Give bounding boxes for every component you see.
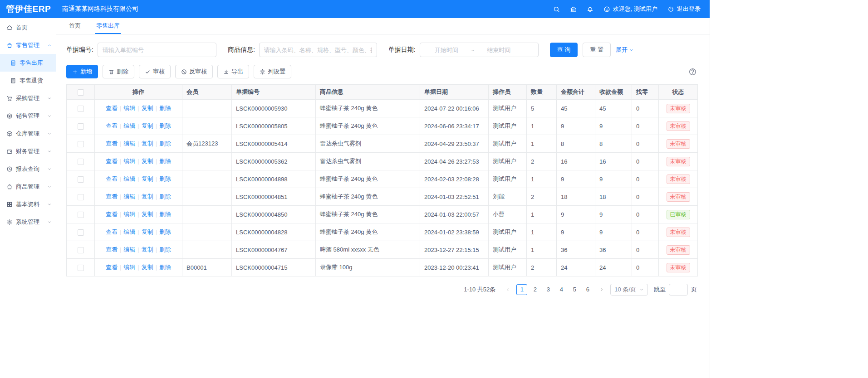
sidebar-item-retail-outbound[interactable]: 零售出库 <box>0 54 56 72</box>
tab-home[interactable]: 首页 <box>68 18 82 34</box>
product-input[interactable] <box>259 43 377 57</box>
date-start-input[interactable] <box>424 47 469 53</box>
delete-link[interactable]: 删除 <box>159 158 171 165</box>
add-button[interactable]: 新增 <box>66 65 98 78</box>
delete-link[interactable]: 删除 <box>159 122 171 129</box>
help-icon[interactable] <box>688 68 697 76</box>
sidebar-item-warehouse[interactable]: 仓库管理 <box>0 125 56 142</box>
expand-link[interactable]: 展开 <box>616 46 634 54</box>
delete-link[interactable]: 删除 <box>159 193 171 200</box>
sidebar-item-system[interactable]: 系统管理 <box>0 213 56 231</box>
row-checkbox[interactable] <box>78 123 84 130</box>
page-number-4[interactable]: 4 <box>556 284 567 295</box>
search-button[interactable]: 查 询 <box>550 43 578 57</box>
copy-link[interactable]: 复制 <box>142 122 153 129</box>
page-number-6[interactable]: 6 <box>582 284 593 295</box>
bank-icon[interactable] <box>570 6 577 13</box>
view-link[interactable]: 查看 <box>106 246 118 253</box>
copy-link[interactable]: 复制 <box>142 105 153 111</box>
view-link[interactable]: 查看 <box>106 158 118 165</box>
copy-link[interactable]: 复制 <box>142 264 153 271</box>
edit-link[interactable]: 编辑 <box>123 264 135 271</box>
unaudit-button[interactable]: 反审核 <box>175 65 213 78</box>
row-checkbox[interactable] <box>78 106 84 112</box>
row-checkbox[interactable] <box>78 194 84 200</box>
view-link[interactable]: 查看 <box>106 140 118 147</box>
sidebar-item-home[interactable]: 首页 <box>0 19 56 36</box>
edit-link[interactable]: 编辑 <box>123 228 135 235</box>
user-menu[interactable]: 欢迎您, 测试用户 <box>603 5 657 13</box>
view-link[interactable]: 查看 <box>106 105 118 111</box>
edit-link[interactable]: 编辑 <box>123 175 135 182</box>
delete-link[interactable]: 删除 <box>159 211 171 218</box>
delete-link[interactable]: 删除 <box>159 264 171 271</box>
page-number-1[interactable]: 1 <box>516 284 527 295</box>
edit-link[interactable]: 编辑 <box>123 140 135 147</box>
amount-cell: 36 <box>557 241 595 259</box>
delete-link[interactable]: 删除 <box>159 246 171 253</box>
gear-icon <box>6 219 13 225</box>
sidebar-item-retail[interactable]: 零售管理 <box>0 36 56 54</box>
prev-page-button[interactable] <box>502 284 513 295</box>
edit-link[interactable]: 编辑 <box>123 193 135 200</box>
page-size-value: 10 条/页 <box>614 286 636 294</box>
next-page-button[interactable] <box>596 284 607 295</box>
copy-link[interactable]: 复制 <box>142 140 153 147</box>
copy-link[interactable]: 复制 <box>142 158 153 165</box>
jump-page-input[interactable] <box>669 284 688 296</box>
delete-link[interactable]: 删除 <box>159 140 171 147</box>
row-checkbox[interactable] <box>78 212 84 218</box>
copy-link[interactable]: 复制 <box>142 228 153 235</box>
copy-link[interactable]: 复制 <box>142 175 153 182</box>
search-icon[interactable] <box>553 6 560 13</box>
edit-link[interactable]: 编辑 <box>123 158 135 165</box>
columns-button[interactable]: 列设置 <box>254 65 291 78</box>
edit-link[interactable]: 编辑 <box>123 211 135 218</box>
sidebar-item-retail-return[interactable]: 零售退货 <box>0 72 56 89</box>
page-number-5[interactable]: 5 <box>569 284 580 295</box>
export-button[interactable]: 导出 <box>217 65 249 78</box>
sidebar-item-purchase[interactable]: 采购管理 <box>0 89 56 107</box>
logout-button[interactable]: 退出登录 <box>667 5 701 13</box>
tab-retail-outbound[interactable]: 零售出库 <box>95 18 121 34</box>
copy-link[interactable]: 复制 <box>142 211 153 218</box>
reset-button[interactable]: 重 置 <box>583 43 611 57</box>
page-number-3[interactable]: 3 <box>543 284 554 295</box>
view-link[interactable]: 查看 <box>106 122 118 129</box>
sidebar-item-reports[interactable]: 报表查询 <box>0 160 56 178</box>
date-end-input[interactable] <box>476 47 521 53</box>
bell-icon[interactable] <box>587 6 593 13</box>
delete-button[interactable]: 删除 <box>103 65 134 78</box>
row-checkbox[interactable] <box>78 159 84 165</box>
date-range-picker[interactable]: ~ <box>420 43 539 57</box>
page-size-select[interactable]: 10 条/页 <box>610 284 648 296</box>
row-checkbox[interactable] <box>78 141 84 147</box>
row-checkbox[interactable] <box>78 176 84 183</box>
select-all-checkbox[interactable] <box>78 89 84 96</box>
view-link[interactable]: 查看 <box>106 193 118 200</box>
delete-link[interactable]: 删除 <box>159 175 171 182</box>
sidebar-item-finance[interactable]: 财务管理 <box>0 142 56 160</box>
date-cell: 2024-02-03 22:08:28 <box>420 170 489 188</box>
view-link[interactable]: 查看 <box>106 175 118 182</box>
order-no-input[interactable] <box>98 43 216 57</box>
checkbox-cell <box>67 223 95 241</box>
row-checkbox[interactable] <box>78 265 84 271</box>
view-link[interactable]: 查看 <box>106 211 118 218</box>
copy-link[interactable]: 复制 <box>142 193 153 200</box>
audit-button[interactable]: 审核 <box>139 65 171 78</box>
sidebar-item-goods[interactable]: 商品管理 <box>0 178 56 195</box>
page-number-2[interactable]: 2 <box>530 284 540 295</box>
row-checkbox[interactable] <box>78 247 84 253</box>
edit-link[interactable]: 编辑 <box>123 246 135 253</box>
row-checkbox[interactable] <box>78 229 84 236</box>
view-link[interactable]: 查看 <box>106 264 118 271</box>
sidebar-item-sales[interactable]: 销售管理 <box>0 107 56 125</box>
edit-link[interactable]: 编辑 <box>123 105 135 111</box>
copy-link[interactable]: 复制 <box>142 246 153 253</box>
edit-link[interactable]: 编辑 <box>123 122 135 129</box>
delete-link[interactable]: 删除 <box>159 228 171 235</box>
delete-link[interactable]: 删除 <box>159 105 171 111</box>
view-link[interactable]: 查看 <box>106 228 118 235</box>
sidebar-item-basic[interactable]: 基本资料 <box>0 195 56 213</box>
